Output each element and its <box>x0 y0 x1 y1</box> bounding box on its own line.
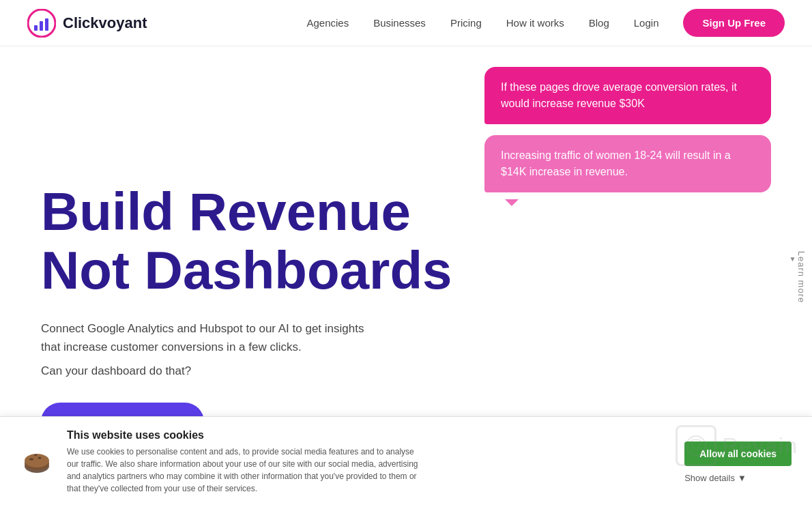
nav-businesses[interactable]: Businesses <box>373 17 426 29</box>
hero-subtitle: Connect Google Analytics and Hubspot to … <box>41 319 368 356</box>
cookie-banner: This website uses cookies We use cookies… <box>0 416 812 507</box>
cookie-icon <box>20 446 53 478</box>
svg-point-8 <box>38 457 42 459</box>
revain-text: Revain <box>722 433 798 459</box>
revain-watermark: Revain <box>676 425 798 466</box>
svg-rect-1 <box>34 25 38 31</box>
cookie-body: We use cookies to personalise content an… <box>67 446 422 495</box>
learn-more-sidebar[interactable]: Learn more <box>783 242 812 310</box>
nav-links: Agencies Businesses Pricing How it works… <box>306 9 785 37</box>
chat-bubble-2: Increasing traffic of women 18-24 will r… <box>484 135 771 192</box>
hero-title: Build Revenue Not Dashboards <box>41 183 452 300</box>
nav-login[interactable]: Login <box>634 17 659 29</box>
nav-how-it-works[interactable]: How it works <box>506 17 564 29</box>
svg-rect-2 <box>40 21 43 31</box>
nav-agencies[interactable]: Agencies <box>306 17 349 29</box>
hero-question: Can your dashboard do that? <box>41 364 452 378</box>
logo-area[interactable]: Clickvoyant <box>27 9 147 38</box>
cookie-title: This website uses cookies <box>67 429 671 441</box>
svg-point-9 <box>34 454 37 456</box>
brand-name: Clickvoyant <box>63 14 147 32</box>
svg-point-10 <box>686 436 706 455</box>
revain-logo-icon <box>684 433 708 458</box>
main-content: If these pages drove average conversion … <box>0 46 812 507</box>
show-details-button[interactable]: Show details ▼ <box>684 473 746 483</box>
hero-section: Build Revenue Not Dashboards Connect Goo… <box>41 183 452 441</box>
chat-bubble-1: If these pages drove average conversion … <box>484 67 771 124</box>
navbar: Clickvoyant Agencies Businesses Pricing … <box>0 0 812 46</box>
cookie-text-area: This website uses cookies We use cookies… <box>67 429 671 495</box>
chevron-down-icon: ▼ <box>738 473 746 483</box>
svg-point-6 <box>25 454 49 467</box>
revain-logo-box <box>676 425 716 466</box>
chat-bubbles: If these pages drove average conversion … <box>484 67 771 192</box>
nav-blog[interactable]: Blog <box>589 17 609 29</box>
logo-icon <box>27 9 56 38</box>
svg-point-7 <box>29 459 33 461</box>
nav-pricing[interactable]: Pricing <box>450 17 482 29</box>
signup-button[interactable]: Sign Up Free <box>683 9 785 37</box>
svg-rect-3 <box>45 18 48 31</box>
